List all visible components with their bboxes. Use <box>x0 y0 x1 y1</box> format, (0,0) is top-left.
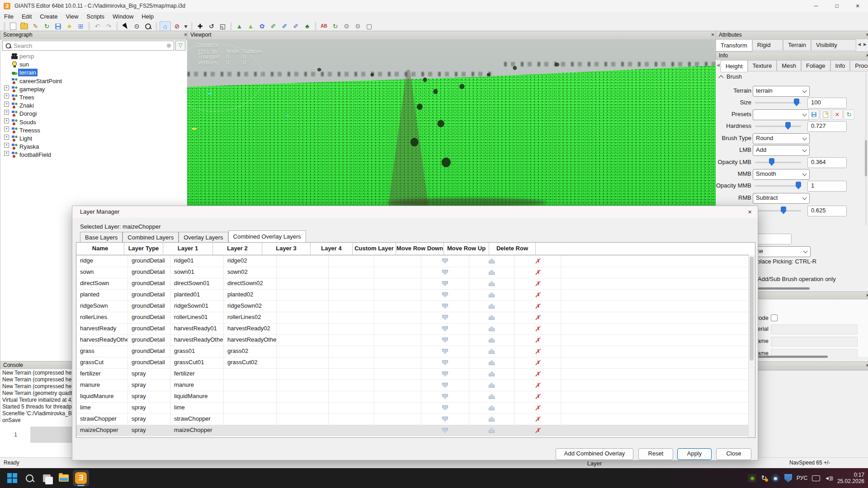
filter-funnel-icon[interactable]: ▽ <box>175 41 185 51</box>
tab-terrain[interactable]: Terrain <box>783 39 811 51</box>
opacity-rmb-slider[interactable] <box>755 206 801 216</box>
security-shield-icon[interactable]: ▲ <box>784 474 792 483</box>
brush-section-header[interactable]: Brush <box>716 72 868 82</box>
task-view-button[interactable] <box>38 469 55 487</box>
tree-item-footballField[interactable]: +footballField <box>0 151 187 159</box>
move-row-down-icon[interactable] <box>421 312 469 323</box>
maximize-button[interactable]: □ <box>826 0 847 12</box>
dialog-close-icon[interactable]: × <box>748 206 752 218</box>
tree-item-Trees[interactable]: +Trees <box>0 94 187 102</box>
start-button[interactable] <box>4 469 21 487</box>
table-row[interactable]: grassgroundDetailgrass01grass02✗ <box>76 346 749 357</box>
sync-tray-icon[interactable]: ↻ <box>761 474 767 482</box>
detail-paint-purple-icon[interactable]: ✐ <box>291 22 301 31</box>
tab-procedural[interactable]: Procedura <box>850 60 868 71</box>
tree-item-careerStartPoint[interactable]: careerStartPoint <box>0 77 187 85</box>
expander-icon[interactable]: + <box>4 102 9 107</box>
expander-icon[interactable]: + <box>4 151 9 156</box>
frame-home-icon[interactable]: ⌂ <box>160 21 171 32</box>
camera-disabled-icon[interactable]: ⊘ <box>172 22 182 31</box>
reload-assets-icon[interactable]: ↻ <box>330 22 340 31</box>
mmb-dropdown[interactable]: Smooth <box>753 169 810 180</box>
scenegraph-panel-header[interactable]: Scenegraph × <box>0 31 190 40</box>
tree-item-Dorogi[interactable]: +Dorogi <box>0 110 187 118</box>
dialog-title[interactable]: Layer Manager <box>72 206 758 218</box>
move-row-down-icon[interactable] <box>421 402 469 413</box>
tab-texture[interactable]: Texture <box>748 60 777 71</box>
gear-a-icon[interactable]: ⚙ <box>341 22 352 31</box>
table-scrollbar[interactable] <box>748 255 755 437</box>
clock[interactable]: 0:17 25.02.2026 <box>837 472 864 484</box>
delete-row-icon[interactable]: ✗ <box>514 300 561 312</box>
reset-button[interactable]: Reset <box>638 448 673 460</box>
terrain-smooth-icon[interactable]: ▲ <box>245 22 256 31</box>
tab-info[interactable]: Info <box>830 60 850 71</box>
table-row[interactable]: ridgeSowngroundDetailridgeSown01ridgeSow… <box>76 300 749 312</box>
move-row-down-icon[interactable] <box>421 413 469 425</box>
tree-brush-icon[interactable]: ♣ <box>302 22 312 31</box>
expander-icon[interactable]: + <box>4 110 9 115</box>
nvidia-tray-icon[interactable]: ◉ <box>748 474 756 483</box>
expander-icon[interactable]: + <box>4 118 9 123</box>
move-row-up-icon[interactable] <box>469 334 514 346</box>
apply-button[interactable]: Apply <box>677 448 712 460</box>
tab-scroll-left-icon[interactable]: ◀ <box>856 39 862 51</box>
select-tool-icon[interactable] <box>120 22 131 31</box>
preset-new-icon[interactable] <box>820 109 831 120</box>
rmb-dropdown[interactable]: Subtract <box>753 193 810 204</box>
hardness-value[interactable]: 0.727 <box>807 121 847 132</box>
undo-icon[interactable]: ↶ <box>92 22 103 31</box>
tree-item-terrain[interactable]: terrain <box>0 69 187 77</box>
column-header-9[interactable]: Delete Row <box>489 243 536 255</box>
move-row-up-icon[interactable] <box>469 300 514 312</box>
column-header-1[interactable]: Layer Type <box>124 243 163 255</box>
column-header-3[interactable]: Layer 2 <box>213 243 262 255</box>
column-header-5[interactable]: Layer 4 <box>311 243 353 255</box>
table-row[interactable]: rollerLinesgroundDetailrollerLines01roll… <box>76 312 749 324</box>
rotate-tool-icon[interactable]: ↺ <box>206 22 217 31</box>
table-row[interactable]: sowngroundDetailsown01sown02✗ <box>76 267 749 278</box>
move-row-down-icon[interactable] <box>421 425 469 436</box>
column-header-2[interactable]: Layer 1 <box>163 243 213 255</box>
column-header-4[interactable]: Layer 3 <box>262 243 311 255</box>
opacity-rmb-value[interactable]: 0.625 <box>807 206 847 216</box>
table-row[interactable]: ridgegroundDetailridge01ridge02✗ <box>76 255 749 267</box>
delete-row-icon[interactable]: ✗ <box>514 334 561 346</box>
menu-create[interactable]: Create <box>36 12 61 21</box>
delete-row-icon[interactable]: ✗ <box>514 346 561 357</box>
expander-icon[interactable]: + <box>4 94 9 99</box>
delete-row-icon[interactable]: ✗ <box>514 278 561 289</box>
opacity-lmb-slider[interactable] <box>755 157 801 167</box>
horizontal-scrollbar[interactable] <box>758 356 828 358</box>
delete-row-icon[interactable]: ✗ <box>514 267 561 278</box>
menu-edit[interactable]: Edit <box>18 12 36 21</box>
move-row-down-icon[interactable] <box>421 391 469 402</box>
tab-mesh[interactable]: Mesh <box>777 60 801 71</box>
add-combined-overlay-layer-button[interactable]: Add Combined Overlay Layer <box>556 448 633 460</box>
tree-item-Ryaska[interactable]: +Ryaska <box>0 143 187 151</box>
language-indicator[interactable]: РУС <box>797 475 807 481</box>
move-row-up-icon[interactable] <box>469 368 514 380</box>
move-row-up-icon[interactable] <box>469 391 514 402</box>
expander-icon[interactable]: + <box>4 135 9 140</box>
reload-scene-icon[interactable]: ↻ <box>42 22 52 31</box>
move-row-up-icon[interactable] <box>469 380 514 391</box>
table-row[interactable]: harvestReadyOthegroundDetailharvestReady… <box>76 334 749 346</box>
move-row-up-icon[interactable] <box>469 255 514 267</box>
redo-icon[interactable]: ↷ <box>104 22 114 31</box>
table-row[interactable]: liquidManuresprayliquidManure✗ <box>76 391 749 403</box>
volume-icon[interactable]: ◄))) <box>825 475 833 481</box>
delete-row-icon[interactable]: ✗ <box>514 391 561 402</box>
delete-row-icon[interactable]: ✗ <box>514 425 561 436</box>
move-row-down-icon[interactable] <box>421 368 469 380</box>
tree-item-persp[interactable]: persp <box>0 52 187 61</box>
network-icon[interactable] <box>812 475 820 481</box>
terrain-sculpt-icon[interactable]: ▲ <box>234 22 245 31</box>
opacity-mmb-slider[interactable] <box>755 181 801 191</box>
move-row-down-icon[interactable] <box>421 255 469 267</box>
search-clear-icon[interactable]: ⊗ <box>166 42 171 49</box>
opacity-lmb-value[interactable]: 0.364 <box>807 157 847 168</box>
move-row-up-icon[interactable] <box>469 323 514 334</box>
table-row[interactable]: fertilizersprayfertilizer✗ <box>76 368 749 380</box>
menu-scripts[interactable]: Scripts <box>82 12 108 21</box>
